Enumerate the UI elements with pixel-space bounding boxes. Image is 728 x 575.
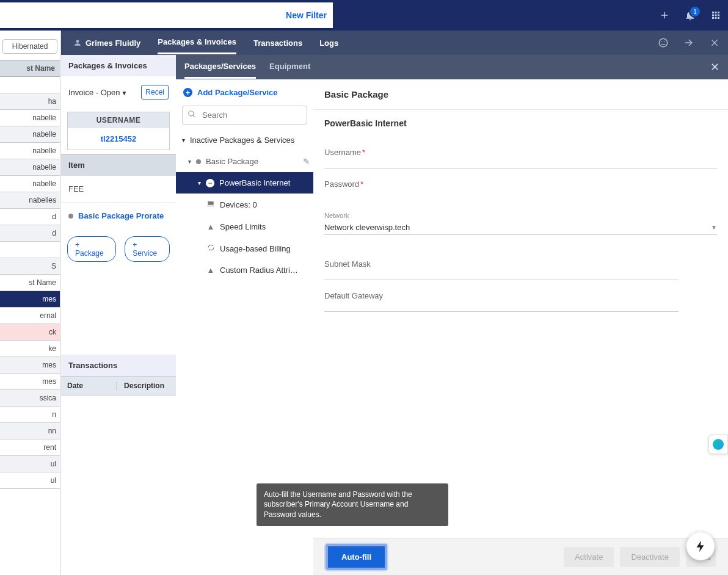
tree-group-inactive[interactable]: ▾ Inactive Packages & Services	[176, 129, 313, 151]
deactivate-button[interactable]: Deactivate	[620, 547, 679, 567]
autofill-button[interactable]: Auto-fill	[326, 544, 387, 570]
tab-packages-services[interactable]: Packages/Services	[184, 56, 256, 79]
username-header: USERNAME	[68, 112, 169, 128]
forward-icon[interactable]	[683, 37, 695, 49]
search-icon	[187, 110, 196, 120]
list-row[interactable]: nabelle	[0, 126, 60, 143]
activate-button[interactable]: Activate	[564, 547, 614, 567]
list-row[interactable]: d	[0, 209, 60, 225]
tree-leaf-custom-radius[interactable]: ▲ Custom Radius Attri…	[176, 259, 313, 281]
tab-equipment[interactable]: Equipment	[269, 56, 310, 79]
list-row[interactable]: nabelle	[0, 143, 60, 159]
tree-leaf-usage-billing[interactable]: Usage-based Billing	[176, 237, 313, 259]
transactions-col-desc: Description	[117, 382, 176, 390]
list-row[interactable]: nn	[0, 423, 60, 439]
column-header-lastname: st Name	[0, 60, 60, 77]
transactions-title: Transactions	[61, 355, 176, 376]
list-row[interactable]: nabelle	[0, 176, 60, 192]
autofill-tooltip: Auto-fill the Username and Password with…	[257, 483, 448, 526]
list-row[interactable]: st Name	[0, 275, 60, 291]
package-search[interactable]	[182, 106, 307, 125]
tree-leaf-devices[interactable]: Devices: 0	[176, 193, 313, 216]
chevron-down-icon: ▾	[188, 158, 191, 165]
list-row[interactable]: n	[0, 407, 60, 423]
top-appbar: New Filter 1	[0, 0, 728, 31]
list-row[interactable]: mes	[0, 357, 60, 374]
chevron-down-icon: ▾	[198, 179, 201, 186]
add-package-service-link[interactable]: + Add Package/Service	[176, 79, 313, 106]
user-context[interactable]: Grimes Fluidly	[73, 32, 140, 54]
status-dot-icon	[68, 214, 73, 219]
network-value: Network cleverwisp.tech	[324, 223, 410, 232]
dropdown-caret-icon[interactable]: ▼	[711, 224, 717, 231]
form-title: Basic Package	[313, 79, 728, 109]
list-row[interactable]	[0, 77, 60, 93]
list-row[interactable]: ha	[0, 93, 60, 110]
tab-transactions[interactable]: Transactions	[253, 32, 302, 54]
subnet-mask-field[interactable]: Subnet Mask	[324, 259, 679, 280]
add-package-button[interactable]: + Package	[67, 236, 116, 262]
list-row[interactable]: ul	[0, 472, 60, 489]
basic-package-prorate-link[interactable]: Basic Package Prorate	[61, 203, 176, 229]
list-row[interactable]: ke	[0, 341, 60, 357]
item-header: Item	[61, 154, 176, 176]
form-subtitle: PowerBasic Internet	[313, 109, 728, 137]
username-field[interactable]: Username*	[324, 148, 717, 168]
list-row[interactable]: ssica	[0, 390, 60, 407]
close-panel-icon[interactable]: ✕	[710, 60, 719, 74]
package-editor-tabbar: Packages/Services Equipment ✕	[176, 55, 728, 79]
edit-icon[interactable]: ✎	[303, 157, 310, 166]
list-row[interactable]: d	[0, 225, 60, 242]
notifications-icon[interactable]: 1	[684, 9, 696, 21]
tree-item-basic-package[interactable]: ▾ Basic Package ✎	[176, 151, 313, 172]
list-row[interactable]: S	[0, 258, 60, 275]
search-input[interactable]	[201, 110, 306, 120]
list-row[interactable]: ernal	[0, 308, 60, 324]
warning-icon: ▲	[206, 266, 215, 275]
transactions-col-date: Date	[61, 382, 117, 390]
list-row[interactable]: nabelles	[0, 192, 60, 209]
help-fab[interactable]	[686, 532, 715, 560]
tab-packages-invoices[interactable]: Packages & Invoices	[158, 31, 236, 54]
invoice-filter-dropdown[interactable]: Invoice - Open▼	[68, 88, 127, 97]
add-service-button[interactable]: + Service	[125, 236, 170, 262]
add-icon[interactable]	[658, 9, 671, 21]
list-row[interactable]: nabelle	[0, 110, 60, 126]
filter-bar: New Filter	[0, 2, 333, 28]
password-field[interactable]: Password*	[324, 179, 717, 200]
list-row[interactable]: mes	[0, 374, 60, 390]
username-value[interactable]: tl2215452	[68, 128, 169, 150]
network-field[interactable]: Network Network cleverwisp.tech ▼	[324, 212, 717, 235]
notification-badge: 1	[689, 5, 701, 18]
tab-logs[interactable]: Logs	[319, 32, 338, 54]
new-filter-link[interactable]: New Filter	[286, 10, 327, 20]
context-tabs: Grimes Fluidly Packages & Invoices Trans…	[61, 31, 728, 55]
tree-leaf-speed-limits[interactable]: ▲ Speed Limits	[176, 216, 313, 237]
tree-item-powerbasic-internet[interactable]: ▾ − PowerBasic Internet	[176, 172, 313, 193]
smiley-icon[interactable]	[657, 37, 669, 49]
receipt-button[interactable]: Recei	[141, 85, 169, 99]
widget-dot-icon	[713, 439, 724, 450]
status-filter-pill[interactable]: Hibernated	[2, 39, 57, 54]
list-row[interactable]: mes	[0, 291, 60, 308]
svg-point-1	[661, 42, 663, 43]
refresh-icon	[206, 244, 215, 253]
list-row[interactable]: ck	[0, 324, 60, 341]
package-form-panel: Basic Package PowerBasic Internet Userna…	[313, 79, 728, 551]
side-widget[interactable]	[708, 435, 728, 454]
list-row[interactable]: ul	[0, 456, 60, 472]
chevron-down-icon: ▾	[182, 137, 185, 143]
list-row[interactable]: nabelle	[0, 159, 60, 176]
list-row[interactable]	[0, 242, 60, 258]
status-dot-icon	[196, 159, 201, 164]
close-icon[interactable]	[708, 37, 721, 49]
svg-point-2	[664, 42, 666, 43]
form-footer: Auto-fill Activate Deactivate Res	[313, 538, 728, 575]
subscriber-list-fragment: Hibernated st Name hanabellenabellenabel…	[0, 31, 60, 575]
apps-icon[interactable]	[710, 9, 722, 21]
list-row[interactable]: rent	[0, 439, 60, 456]
package-tree-panel: + Add Package/Service ▾ Inactive Package…	[176, 79, 314, 551]
panel-title: Packages & Invoices	[61, 55, 176, 76]
default-gateway-field[interactable]: Default Gateway	[324, 291, 679, 312]
warning-icon: ▲	[206, 222, 215, 231]
